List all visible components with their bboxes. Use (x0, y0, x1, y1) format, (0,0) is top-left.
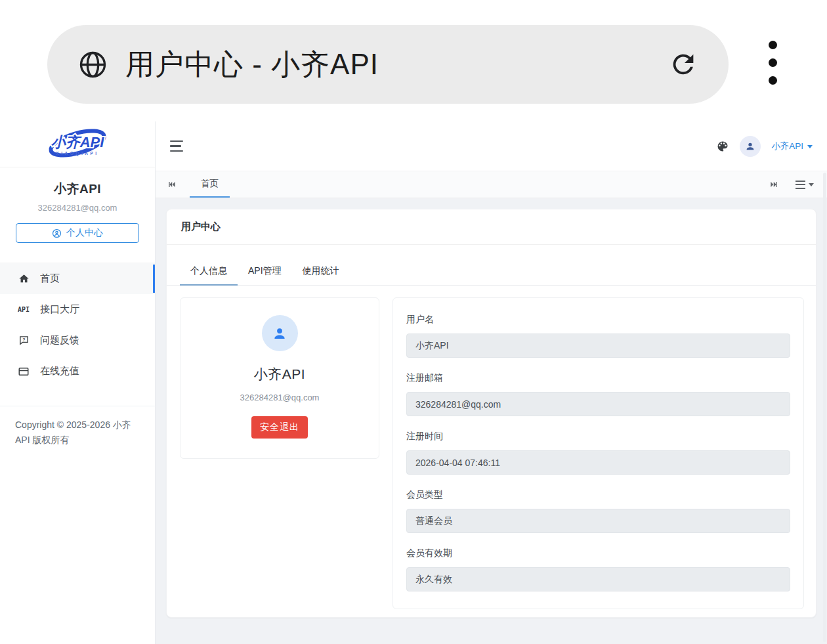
sidebar-nav: 首页 API 接口大厅 ? 问题反馈 (0, 263, 155, 387)
tab-usage-stats[interactable]: 使用统计 (292, 259, 350, 286)
globe-icon (77, 49, 108, 80)
navbar-avatar[interactable] (740, 136, 761, 157)
profile-tabs: 个人信息 API管理 使用统计 (167, 259, 816, 286)
form-group-email: 注册邮箱 326284281@qq.com (406, 372, 790, 416)
logo-subtext: XIAOQIAPI (56, 151, 98, 156)
sidebar-item-label: 问题反馈 (40, 334, 79, 347)
sidebar-logo[interactable]: 小齐API XIAOQIAPI (0, 121, 155, 167)
logout-button[interactable]: 安全退出 (251, 416, 308, 439)
register-time-field: 2026-04-04 07:46:11 (406, 450, 790, 475)
sidebar-item-home[interactable]: 首页 (0, 263, 155, 294)
sidebar-item-label: 接口大厅 (40, 303, 79, 316)
field-label: 会员有效期 (406, 547, 790, 559)
member-validity-field: 永久有效 (406, 567, 790, 591)
email-field: 326284281@qq.com (406, 392, 790, 416)
sidebar-item-recharge[interactable]: 在线充值 (0, 356, 155, 387)
navbar-user-dropdown[interactable]: 小齐API (771, 140, 813, 152)
profile-email: 326284281@qq.com (187, 393, 372, 402)
profile-summary-card: 小齐API 326284281@qq.com 安全退出 (180, 297, 379, 459)
page-title-address: 用户中心 - 小齐API (125, 45, 668, 84)
tab-options-icon[interactable] (795, 171, 814, 198)
app-shell: 小齐API XIAOQIAPI 小齐API 326284281@qq.com 个… (0, 121, 827, 644)
sidebar-profile: 小齐API 326284281@qq.com 个人中心 (0, 167, 155, 243)
tab-home[interactable]: 首页 (190, 171, 230, 198)
logo-icon: 小齐API XIAOQIAPI (39, 125, 116, 163)
form-group-member-validity: 会员有效期 永久有效 (406, 547, 790, 591)
address-bar[interactable]: 用户中心 - 小齐API (47, 25, 729, 104)
api-icon: API (16, 306, 31, 313)
feedback-icon: ? (16, 335, 31, 346)
main-area: 小齐API 首页 (156, 121, 827, 644)
content-area: 用户中心 个人信息 API管理 使用统计 (156, 198, 827, 644)
recharge-icon (16, 366, 31, 377)
form-group-member-type: 会员类型 普通会员 (406, 489, 790, 533)
sidebar-item-label: 首页 (40, 272, 60, 285)
navbar-username: 小齐API (771, 140, 803, 152)
tab-label: 个人信息 (190, 265, 227, 276)
sidebar-item-feedback[interactable]: ? 问题反馈 (0, 325, 155, 356)
svg-text:?: ? (22, 337, 25, 343)
profile-center-label: 个人中心 (66, 227, 103, 239)
user-center-card: 用户中心 个人信息 API管理 使用统计 (166, 209, 816, 618)
sidebar: 小齐API XIAOQIAPI 小齐API 326284281@qq.com 个… (0, 121, 156, 644)
browser-chrome: 用户中心 - 小齐API (0, 0, 827, 121)
member-type-field: 普通会员 (406, 509, 790, 533)
page-scrollbar[interactable] (823, 173, 826, 642)
sidebar-email: 326284281@qq.com (0, 203, 155, 213)
refresh-icon[interactable] (668, 49, 698, 79)
tab-home-label: 首页 (201, 178, 219, 190)
profile-center-button[interactable]: 个人中心 (16, 223, 139, 243)
skip-to-start-icon[interactable] (163, 171, 180, 198)
personal-info-panel: 小齐API 326284281@qq.com 安全退出 用户名 小齐API 注册… (167, 286, 816, 609)
user-circle-icon (52, 228, 62, 238)
profile-name: 小齐API (187, 365, 372, 383)
top-navbar: 小齐API (156, 121, 827, 171)
copyright: Copyright © 2025-2026 小齐API 版权所有 (0, 406, 155, 459)
logo-text: 小齐API (51, 134, 105, 150)
form-group-username: 用户名 小齐API (406, 314, 790, 358)
theme-palette-icon[interactable] (716, 140, 729, 153)
skip-to-end-icon[interactable] (765, 171, 782, 198)
sidebar-username: 小齐API (0, 181, 155, 198)
tab-label: 使用统计 (303, 265, 339, 276)
tab-personal-info[interactable]: 个人信息 (180, 259, 238, 286)
profile-avatar (262, 315, 298, 351)
field-label: 注册邮箱 (406, 372, 790, 384)
username-field: 小齐API (406, 333, 790, 358)
hamburger-menu-icon[interactable] (170, 140, 183, 152)
home-icon (16, 273, 31, 284)
tab-api-management[interactable]: API管理 (238, 259, 292, 286)
account-details-form: 用户名 小齐API 注册邮箱 326284281@qq.com 注册时间 202… (392, 297, 804, 609)
sidebar-item-label: 在线充值 (40, 365, 79, 377)
field-label: 用户名 (406, 314, 790, 326)
browser-menu-icon[interactable] (769, 41, 778, 85)
chevron-down-icon (807, 145, 813, 148)
tab-label: API管理 (248, 265, 282, 276)
user-icon (745, 141, 755, 152)
form-group-register-time: 注册时间 2026-04-04 07:46:11 (406, 431, 790, 475)
sidebar-item-api-hall[interactable]: API 接口大厅 (0, 294, 155, 325)
card-title: 用户中心 (167, 209, 816, 245)
page-tabbar: 首页 (156, 171, 827, 198)
field-label: 注册时间 (406, 431, 790, 442)
user-icon (271, 325, 288, 342)
field-label: 会员类型 (406, 489, 790, 501)
